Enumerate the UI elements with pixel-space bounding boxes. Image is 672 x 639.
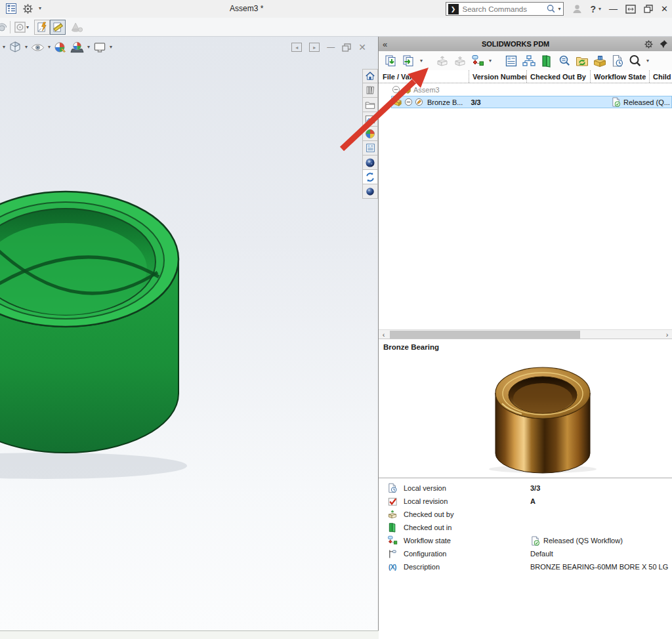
column-version-number[interactable]: Version Number <box>469 70 526 83</box>
tab-design-library[interactable] <box>362 83 378 98</box>
preview-section: Bronze Bearing <box>379 339 672 478</box>
file-state: Released (Q... <box>623 98 670 106</box>
apply-scene-icon[interactable] <box>70 41 84 54</box>
user-account-icon[interactable] <box>572 3 583 14</box>
green-bearing-part[interactable] <box>0 190 210 499</box>
change-state-icon[interactable] <box>471 54 484 68</box>
tab-solidworks-pdm[interactable] <box>362 170 378 184</box>
refresh-tree-icon[interactable] <box>576 54 589 68</box>
edit-appearance-icon[interactable] <box>54 41 67 54</box>
version-history-icon[interactable] <box>611 54 624 68</box>
pdm-toolbar: ▾ ▾ <box>379 51 672 70</box>
options-gear-icon[interactable] <box>22 3 33 14</box>
column-checked-out-by[interactable]: Checked Out By <box>526 70 590 83</box>
section-view-caret[interactable]: ▾ <box>26 25 29 30</box>
expand-pane-icon[interactable]: « <box>383 39 387 49</box>
file-tree: Assem3 Bronze B... 3/3 Released (Q... <box>379 83 672 329</box>
measure-tool-button[interactable] <box>50 20 66 35</box>
window-titlebar: ▾ Assem3 * ❯ ▾ ? ▾ — ✕ <box>0 0 672 18</box>
scrollbar-thumb[interactable] <box>390 331 580 339</box>
minimize-button[interactable]: — <box>609 4 618 14</box>
headsup-caret-1[interactable]: ▾ <box>3 45 5 50</box>
pane-options-gear-icon[interactable] <box>644 39 654 49</box>
collapse-icon[interactable] <box>392 85 400 94</box>
doc-restore-icon[interactable] <box>342 43 351 52</box>
heads-up-toolbar: ▾ ▾ ▾ ▾ ▾ <box>3 41 112 54</box>
document-window-controls: ◂ ▸ — ✕ <box>291 42 366 52</box>
pin-pane-icon[interactable] <box>659 39 668 49</box>
view-orientation-caret[interactable]: ▾ <box>25 45 28 50</box>
display-tree-icon[interactable] <box>522 54 536 68</box>
local-copy-icon <box>415 98 423 106</box>
info-label: Description <box>404 563 440 571</box>
info-label: Local version <box>404 484 446 492</box>
pdm-search-caret[interactable]: ▾ <box>646 58 649 64</box>
tab-custom-properties[interactable] <box>362 141 378 155</box>
data-card-icon[interactable] <box>505 54 518 68</box>
search-scope-icon[interactable]: ❯ <box>448 4 459 14</box>
help-button[interactable]: ? <box>591 4 597 14</box>
check-in-icon <box>453 54 467 68</box>
pdm-sync-icon <box>365 172 375 182</box>
info-label: Local revision <box>404 497 448 505</box>
change-state-caret[interactable]: ▾ <box>489 58 492 64</box>
tree-row-assembly[interactable]: Assem3 <box>379 83 672 96</box>
column-workflow-state[interactable]: Workflow State <box>590 70 649 83</box>
tab-solidworks-forum[interactable] <box>362 155 378 170</box>
doc-minimize-icon[interactable]: — <box>327 43 335 52</box>
column-child[interactable]: Child <box>649 70 672 83</box>
task-pane-tabstrip <box>362 69 378 199</box>
maximize-button[interactable] <box>625 5 636 14</box>
info-label: Workflow state <box>404 537 451 545</box>
get-version-caret[interactable]: ▾ <box>420 58 423 64</box>
get-version-icon[interactable] <box>402 54 415 68</box>
scroll-left-arrow[interactable]: ‹ <box>379 330 388 339</box>
package-icon[interactable] <box>593 54 606 68</box>
options-dropdown-caret[interactable]: ▾ <box>39 6 41 11</box>
search-input[interactable] <box>461 5 543 14</box>
info-value: Default <box>530 550 553 558</box>
info-value: BRONZE BEARING-60MM BORE X 50 LG <box>530 563 668 571</box>
help-dropdown-caret[interactable]: ▾ <box>598 7 601 12</box>
doc-close-icon[interactable]: ✕ <box>358 42 366 52</box>
hide-show-caret[interactable]: ▾ <box>48 45 51 50</box>
property-manager-icon[interactable] <box>5 3 17 14</box>
appearances-wheel-icon <box>365 129 375 139</box>
apply-scene-caret[interactable]: ▾ <box>87 45 90 50</box>
preview-search-icon[interactable] <box>558 54 571 68</box>
tab-solidworks-resources[interactable] <box>362 69 378 83</box>
next-window-icon[interactable]: ▸ <box>309 43 320 52</box>
hide-show-eye-icon[interactable] <box>31 43 45 52</box>
assembly-icon <box>402 85 411 94</box>
checked-out-by-icon <box>387 509 398 520</box>
scroll-right-arrow[interactable]: › <box>662 330 672 339</box>
graphics-viewport[interactable]: ▾ ▾ ▾ ▾ ▾ ◂ ▸ — ✕ <box>0 37 379 630</box>
vault-view-icon[interactable] <box>540 54 553 68</box>
horizontal-scrollbar[interactable]: ‹ › <box>379 329 672 339</box>
view-orientation-cube-icon[interactable] <box>9 41 22 54</box>
preview-title: Bronze Bearing <box>383 343 439 351</box>
tab-view-palette[interactable] <box>362 112 378 127</box>
search-magnifier-icon[interactable] <box>546 4 556 14</box>
view-settings-caret[interactable]: ▾ <box>110 45 112 50</box>
column-file-variable[interactable]: File / Varia <box>379 70 469 83</box>
tab-file-explorer[interactable] <box>362 98 378 112</box>
prev-window-icon[interactable]: ◂ <box>291 43 302 52</box>
restore-button[interactable] <box>644 5 653 13</box>
assembly-name: Assem3 <box>413 86 440 94</box>
tab-appearances[interactable] <box>362 127 378 141</box>
tab-marketplace[interactable] <box>362 184 378 199</box>
section-view-icon[interactable] <box>14 21 26 33</box>
close-button[interactable]: ✕ <box>661 4 668 14</box>
view-settings-icon[interactable] <box>93 41 106 54</box>
file-info-section: Local version 3/3 Local revision A Check… <box>379 478 672 639</box>
clipped-tool-icon[interactable] <box>0 22 7 33</box>
search-commands-box[interactable]: ❯ ▾ <box>446 2 564 16</box>
search-dropdown-caret[interactable]: ▾ <box>558 7 561 12</box>
tree-row-bronze-bearing[interactable]: Bronze B... 3/3 Released (Q... <box>391 96 672 108</box>
pdm-search-icon[interactable] <box>629 54 642 68</box>
quick-access-toolbar: ▾ <box>0 18 672 37</box>
instant3d-button[interactable] <box>34 20 50 35</box>
forum-globe-icon <box>365 157 375 168</box>
get-latest-version-icon[interactable] <box>385 54 398 68</box>
